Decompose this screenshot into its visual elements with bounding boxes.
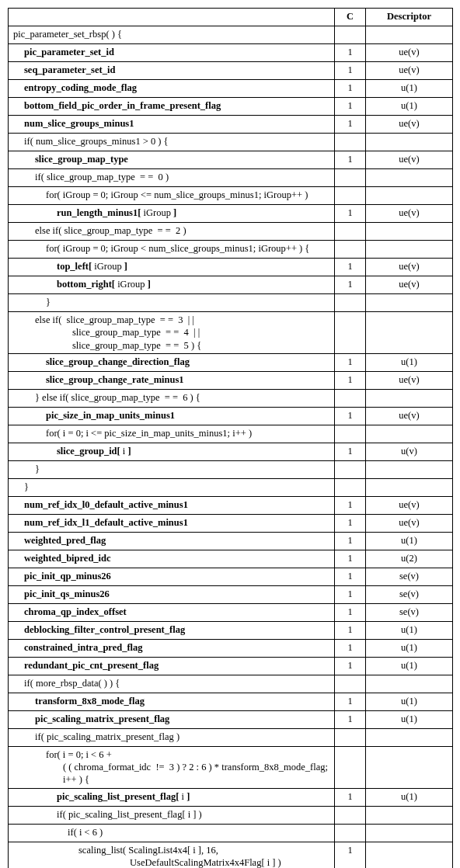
descriptor-cell: se(v) [366,568,453,585]
c-cell: 1 [335,568,366,585]
table-row: if( pic_scaling_list_present_flag[ i ] ) [9,806,453,824]
c-cell: 1 [335,98,366,116]
descriptor-cell [366,223,453,241]
col-syntax [9,9,335,26]
syntax-cell: bottom_field_pic_order_in_frame_present_… [9,98,335,116]
syntax-cell: slice_group_change_rate_minus1 [9,371,335,389]
table-row: constrained_intra_pred_flag1u(1) [9,639,453,657]
c-cell: 1 [335,621,366,639]
descriptor-cell [366,241,453,259]
table-row: if( slice_group_map_type = = 0 ) [9,169,453,187]
descriptor-cell [366,134,453,151]
syntax-cell: pic_scaling_list_present_flag[ i ] [9,788,335,806]
table-row: pic_init_qs_minus261se(v) [9,585,453,603]
syntax-cell: if( pic_scaling_matrix_present_flag ) [9,728,335,746]
c-cell: 1 [335,496,366,514]
syntax-cell: else if( slice_group_map_type = = 3 | |s… [9,312,335,354]
c-cell [335,425,366,443]
table-row: deblocking_filter_control_present_flag1u… [9,621,453,639]
descriptor-cell: ue(v) [366,116,453,134]
syntax-cell: if( num_slice_groups_minus1 > 0 ) { [9,134,335,151]
c-cell: 1 [335,116,366,134]
syntax-cell: for( i = 0; i <= pic_size_in_map_units_m… [9,425,335,443]
syntax-cell: num_ref_idx_l1_default_active_minus1 [9,514,335,532]
syntax-cell: pic_scaling_matrix_present_flag [9,710,335,728]
syntax-cell: bottom_right[ iGroup ] [9,276,335,294]
descriptor-cell [366,187,453,205]
descriptor-cell [366,824,453,842]
table-row: pic_scaling_list_present_flag[ i ]1u(1) [9,788,453,806]
table-row: num_ref_idx_l0_default_active_minus11ue(… [9,496,453,514]
c-cell [335,824,366,842]
descriptor-cell: ue(v) [366,205,453,223]
c-cell: 1 [335,371,366,389]
syntax-cell: chroma_qp_index_offset [9,603,335,621]
c-cell: 1 [335,353,366,371]
c-cell: 1 [335,710,366,728]
descriptor-cell: u(1) [366,621,453,639]
table-row: else if( slice_group_map_type = = 3 | |s… [9,312,453,354]
syntax-cell: for( iGroup = 0; iGroup < num_slice_grou… [9,241,335,259]
syntax-cell: } [9,460,335,478]
syntax-cell: num_ref_idx_l0_default_active_minus1 [9,496,335,514]
table-row: scaling_list( ScalingList4x4[ i ], 16,Us… [9,842,453,868]
syntax-cell: scaling_list( ScalingList4x4[ i ], 16,Us… [9,842,335,868]
c-cell [335,746,366,788]
c-cell: 1 [335,80,366,98]
table-row: num_slice_groups_minus11ue(v) [9,116,453,134]
syntax-cell: slice_group_id[ i ] [9,443,335,460]
descriptor-cell: u(1) [366,710,453,728]
c-cell: 1 [335,151,366,169]
c-cell: 1 [335,62,366,80]
syntax-cell: if( more_rbsp_data( ) ) { [9,675,335,693]
descriptor-cell: u(1) [366,657,453,675]
table-row: if( pic_scaling_matrix_present_flag ) [9,728,453,746]
syntax-cell: } [9,294,335,312]
c-cell [335,223,366,241]
c-cell: 1 [335,532,366,550]
c-cell [335,241,366,259]
syntax-cell: if( pic_scaling_list_present_flag[ i ] ) [9,806,335,824]
c-cell: 1 [335,443,366,460]
c-cell: 1 [335,657,366,675]
descriptor-cell [366,746,453,788]
descriptor-cell: ue(v) [366,496,453,514]
descriptor-cell [366,806,453,824]
table-row: for( i = 0; i <= pic_size_in_map_units_m… [9,425,453,443]
syntax-cell: for( iGroup = 0; iGroup <= num_slice_gro… [9,187,335,205]
table-row: redundant_pic_cnt_present_flag1u(1) [9,657,453,675]
c-cell [335,294,366,312]
syntax-cell: weighted_bipred_idc [9,550,335,568]
table-row: weighted_pred_flag1u(1) [9,532,453,550]
table-row: bottom_right[ iGroup ]1ue(v) [9,276,453,294]
c-cell [335,675,366,693]
descriptor-cell [366,478,453,496]
descriptor-cell [366,675,453,693]
table-row: for( iGroup = 0; iGroup <= num_slice_gro… [9,187,453,205]
descriptor-cell: u(1) [366,532,453,550]
table-row: for( i = 0; i < 6 +( ( chroma_format_idc… [9,746,453,788]
c-cell: 1 [335,550,366,568]
descriptor-cell: u(v) [366,443,453,460]
descriptor-cell [366,425,453,443]
table-row: for( iGroup = 0; iGroup < num_slice_grou… [9,241,453,259]
table-row: } [9,294,453,312]
descriptor-cell: u(1) [366,353,453,371]
col-descriptor: Descriptor [366,9,453,26]
syntax-cell: entropy_coding_mode_flag [9,80,335,98]
syntax-cell: deblocking_filter_control_present_flag [9,621,335,639]
table-row: slice_group_change_direction_flag1u(1) [9,353,453,371]
table-row: if( more_rbsp_data( ) ) { [9,675,453,693]
syntax-cell: pic_init_qs_minus26 [9,585,335,603]
syntax-cell: constrained_intra_pred_flag [9,639,335,657]
descriptor-cell: u(1) [366,788,453,806]
syntax-cell: pic_parameter_set_rbsp( ) { [9,26,335,44]
syntax-cell: pic_parameter_set_id [9,44,335,62]
c-cell: 1 [335,585,366,603]
table-row: if( num_slice_groups_minus1 > 0 ) { [9,134,453,151]
descriptor-cell: u(1) [366,693,453,710]
table-row: top_left[ iGroup ]1ue(v) [9,259,453,276]
descriptor-cell: u(1) [366,98,453,116]
c-cell [335,169,366,187]
table-row: entropy_coding_mode_flag1u(1) [9,80,453,98]
